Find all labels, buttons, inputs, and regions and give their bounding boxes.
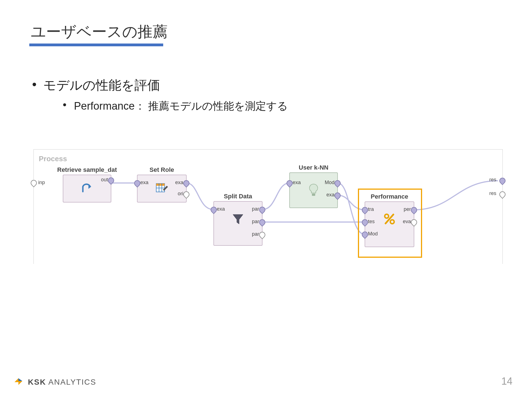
brand-mark-icon	[13, 377, 23, 387]
brand-logo: KSK ANALYTICS	[13, 377, 96, 387]
bullet-main: モデルの性能を評価	[43, 77, 160, 94]
process-output-port-1[interactable]	[498, 176, 507, 185]
svg-rect-1	[156, 184, 165, 186]
svg-rect-5	[312, 194, 315, 196]
node-set-role-title: Set Role	[150, 166, 174, 174]
process-output-port-2[interactable]	[498, 190, 507, 199]
node-knn-out1-port[interactable]	[333, 179, 342, 187]
node-set-role-in-label: exa	[140, 180, 148, 185]
process-output-label-1: res	[489, 177, 496, 183]
node-split-out1-port[interactable]	[258, 205, 266, 214]
node-retrieve-out-port[interactable]	[107, 176, 115, 185]
retrieve-icon	[81, 182, 93, 195]
node-split-out3-port[interactable]	[258, 230, 266, 239]
process-title: Process	[39, 155, 67, 163]
node-split-out2-label: par	[252, 219, 259, 225]
node-retrieve-title: Retrieve sample_dat	[57, 166, 117, 174]
svg-point-6	[385, 214, 389, 218]
slide: ユーザベースの推薦 モデルの性能を評価 Performance： 推薦モデルの性…	[0, 0, 532, 400]
page-title: ユーザベースの推薦	[31, 22, 168, 42]
node-perf-in3-label: Mod	[368, 231, 378, 237]
page-number: 14	[501, 375, 512, 387]
node-knn-out2-label: exa	[326, 192, 334, 198]
svg-line-8	[386, 215, 393, 223]
node-knn-in-label: exa	[293, 180, 301, 185]
bullet-sub: Performance： 推薦モデルの性能を測定する	[74, 99, 288, 113]
node-retrieve-out-label: out	[101, 177, 108, 183]
node-split-data[interactable]: Split Data exa par par par	[213, 201, 263, 246]
node-set-role[interactable]: Set Role exa exa ori	[137, 175, 187, 203]
title-underline	[29, 44, 163, 46]
node-set-role-out2-port[interactable]	[182, 190, 191, 199]
process-input-label: inp	[38, 180, 45, 185]
node-split-out3-label: par	[252, 231, 259, 237]
funnel-icon	[232, 213, 244, 225]
node-performance-title: Performance	[371, 193, 408, 200]
node-knn-out2-port[interactable]	[333, 191, 342, 200]
node-knn-out1-label: Mod	[325, 180, 334, 185]
lightbulb-icon	[308, 184, 319, 197]
node-split-out2-port[interactable]	[258, 218, 266, 226]
node-performance[interactable]: Performance tra tes Mod per eva	[365, 201, 414, 247]
node-split-in-label: exa	[217, 206, 225, 212]
node-user-knn[interactable]: User k-NN exa Mod exa	[289, 172, 338, 208]
node-set-role-out2-label: ori	[178, 191, 183, 197]
node-perf-out1-label: per	[404, 206, 411, 212]
node-retrieve[interactable]: Retrieve sample_dat out	[63, 175, 111, 203]
node-set-role-out1-label: exa	[175, 180, 183, 185]
node-user-knn-title: User k-NN	[299, 164, 328, 171]
svg-point-7	[390, 220, 394, 224]
node-perf-out2-label: eva	[403, 219, 411, 225]
table-edit-icon	[156, 182, 168, 195]
node-set-role-out1-port[interactable]	[182, 179, 191, 187]
node-perf-in1-label: tra	[368, 206, 374, 212]
process-output-label-2: res	[489, 191, 496, 196]
node-perf-in2-label: tes	[368, 219, 375, 225]
node-perf-out2-port[interactable]	[410, 218, 418, 226]
process-input-port[interactable]	[29, 179, 38, 187]
percent-icon	[383, 213, 396, 225]
node-perf-out1-port[interactable]	[410, 206, 418, 214]
process-panel[interactable]: Process inp res res Ret	[33, 149, 503, 264]
brand-text: KSK ANALYTICS	[28, 378, 96, 387]
node-split-data-title: Split Data	[224, 193, 252, 200]
node-split-out1-label: par	[252, 206, 259, 212]
